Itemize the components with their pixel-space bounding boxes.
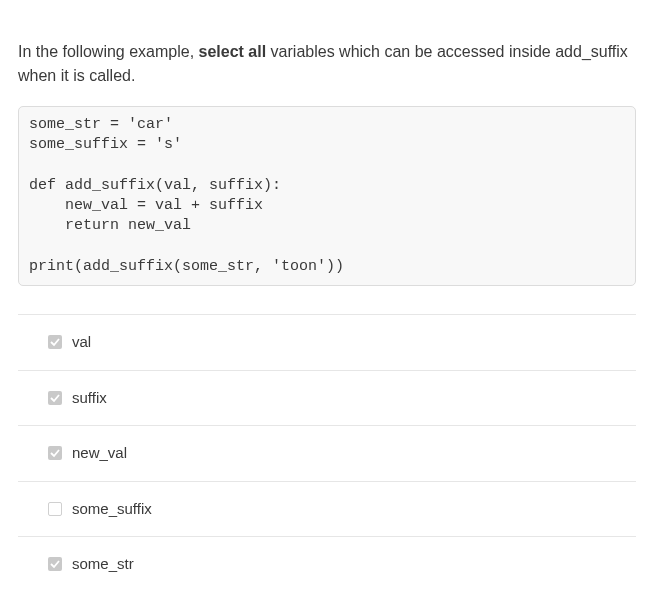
question-text: In the following example, select all var… — [18, 40, 636, 88]
option-label: val — [72, 331, 91, 354]
option-label: new_val — [72, 442, 127, 465]
checkbox-icon[interactable] — [48, 502, 62, 516]
question-bold: select all — [199, 43, 267, 60]
question-intro: In the following example, — [18, 43, 199, 60]
option-row[interactable]: suffix — [18, 371, 636, 427]
checkbox-icon[interactable] — [48, 391, 62, 405]
checkbox-icon[interactable] — [48, 557, 62, 571]
option-row[interactable]: val — [18, 315, 636, 371]
option-label: some_suffix — [72, 498, 152, 521]
options-list: val suffix new_val some_suffix some_str — [18, 314, 636, 591]
option-row[interactable]: some_suffix — [18, 482, 636, 538]
option-label: suffix — [72, 387, 107, 410]
checkbox-icon[interactable] — [48, 335, 62, 349]
checkbox-icon[interactable] — [48, 446, 62, 460]
option-row[interactable]: some_str — [18, 537, 636, 591]
option-label: some_str — [72, 553, 134, 576]
code-block: some_str = 'car' some_suffix = 's' def a… — [18, 106, 636, 286]
option-row[interactable]: new_val — [18, 426, 636, 482]
